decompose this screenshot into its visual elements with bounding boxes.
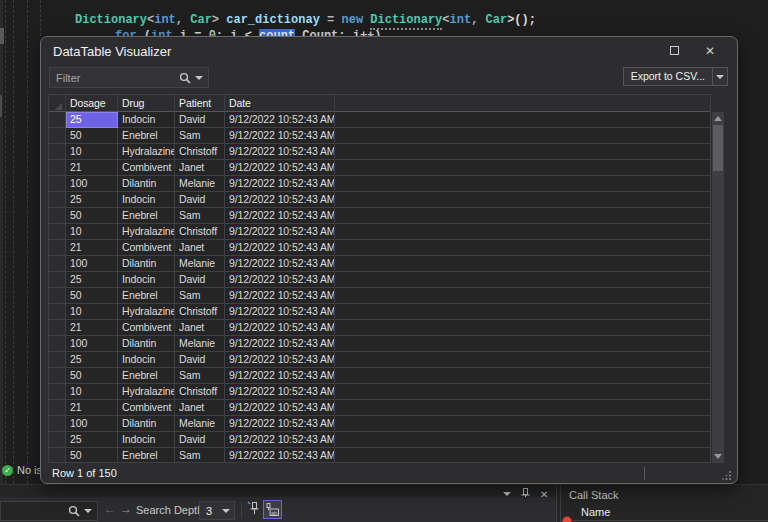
table-cell[interactable]: Janet [175, 320, 225, 336]
table-row[interactable]: 10HydralazineChristoff9/12/2022 10:52:43… [49, 224, 710, 240]
code-line-1[interactable]: Dictionary<int, Car> car_dictionay = new… [75, 13, 536, 27]
table-cell[interactable]: Dilantin [118, 336, 175, 352]
table-cell[interactable]: Janet [175, 160, 225, 176]
row-selector-cell[interactable] [49, 304, 66, 320]
table-cell[interactable]: Hydralazine [118, 384, 175, 400]
table-cell[interactable]: 9/12/2022 10:52:43 AM [225, 416, 335, 432]
table-cell[interactable]: Melanie [175, 256, 225, 272]
row-selector-cell[interactable] [49, 416, 66, 432]
pin-icon[interactable] [247, 501, 259, 515]
table-cell[interactable]: Janet [175, 240, 225, 256]
table-cell[interactable]: Sam [175, 208, 225, 224]
row-selector-cell[interactable] [49, 400, 66, 416]
table-cell[interactable]: 9/12/2022 10:52:43 AM [225, 304, 335, 320]
row-selector-cell[interactable] [49, 336, 66, 352]
table-cell[interactable]: Dilantin [118, 256, 175, 272]
table-cell[interactable]: 100 [66, 256, 118, 272]
table-cell[interactable]: 9/12/2022 10:52:43 AM [225, 128, 335, 144]
table-cell[interactable]: Christoff [175, 304, 225, 320]
table-cell[interactable]: Combivent [118, 320, 175, 336]
row-selector-cell[interactable] [49, 128, 66, 144]
table-cell[interactable]: 9/12/2022 10:52:43 AM [225, 160, 335, 176]
table-cell[interactable]: 25 [66, 352, 118, 368]
table-cell[interactable]: 9/12/2022 10:52:43 AM [225, 112, 335, 128]
row-selector-cell[interactable] [49, 192, 66, 208]
table-row[interactable]: 50EnebrelSam9/12/2022 10:52:43 AM [49, 208, 710, 224]
code-line-2[interactable]: for (int i = 0; i < count.Count; i++) [115, 29, 382, 36]
table-cell[interactable]: 9/12/2022 10:52:43 AM [225, 288, 335, 304]
table-cell[interactable]: 50 [66, 368, 118, 384]
table-cell[interactable]: Janet [175, 400, 225, 416]
table-cell[interactable]: Combivent [118, 400, 175, 416]
table-cell[interactable]: Indocin [118, 432, 175, 448]
table-cell[interactable]: Enebrel [118, 288, 175, 304]
scroll-up-button[interactable] [712, 112, 724, 125]
row-selector-cell[interactable] [49, 448, 66, 463]
table-cell[interactable]: 9/12/2022 10:52:43 AM [225, 176, 335, 192]
table-cell[interactable]: 50 [66, 448, 118, 463]
table-cell[interactable]: 10 [66, 144, 118, 160]
table-row[interactable]: 10HydralazineChristoff9/12/2022 10:52:43… [49, 144, 710, 160]
table-cell[interactable]: Combivent [118, 240, 175, 256]
chevron-down-icon[interactable] [195, 76, 203, 80]
table-cell[interactable]: 50 [66, 288, 118, 304]
editor-margin-handle[interactable] [0, 28, 4, 44]
row-selector-cell[interactable] [49, 288, 66, 304]
table-cell[interactable]: Hydralazine [118, 144, 175, 160]
table-cell[interactable]: 100 [66, 336, 118, 352]
table-row[interactable]: 100DilantinMelanie9/12/2022 10:52:43 AM [49, 176, 710, 192]
table-row[interactable]: 50EnebrelSam9/12/2022 10:52:43 AM [49, 448, 710, 463]
table-cell[interactable]: 100 [66, 416, 118, 432]
filter-input[interactable]: Filter [49, 67, 209, 88]
maximize-button[interactable] [663, 42, 685, 60]
table-cell[interactable]: Dilantin [118, 176, 175, 192]
table-cell[interactable]: Hydralazine [118, 304, 175, 320]
table-cell[interactable]: 25 [66, 272, 118, 288]
table-row[interactable]: 25IndocinDavid9/12/2022 10:52:43 AM [49, 112, 710, 128]
table-cell[interactable]: 50 [66, 128, 118, 144]
table-row[interactable]: 21CombiventJanet9/12/2022 10:52:43 AM [49, 400, 710, 416]
close-button[interactable]: ✕ [699, 42, 721, 60]
row-selector-cell[interactable] [49, 256, 66, 272]
watch-search-input[interactable] [0, 501, 98, 521]
table-cell[interactable]: Christoff [175, 144, 225, 160]
table-cell[interactable]: David [175, 112, 225, 128]
table-cell[interactable]: Enebrel [118, 448, 175, 463]
table-cell[interactable]: 9/12/2022 10:52:43 AM [225, 352, 335, 368]
row-selector-cell[interactable] [49, 384, 66, 400]
vertical-scrollbar[interactable] [712, 112, 724, 463]
row-selector-cell[interactable] [49, 224, 66, 240]
table-cell[interactable]: Melanie [175, 416, 225, 432]
grid-corner-cell[interactable] [49, 95, 66, 112]
export-csv-dropdown-button[interactable] [713, 67, 728, 86]
row-selector-cell[interactable] [49, 240, 66, 256]
table-cell[interactable]: Christoff [175, 384, 225, 400]
table-cell[interactable]: Dilantin [118, 416, 175, 432]
table-cell[interactable]: 9/12/2022 10:52:43 AM [225, 192, 335, 208]
table-cell[interactable]: 9/12/2022 10:52:43 AM [225, 224, 335, 240]
table-cell[interactable]: 25 [66, 192, 118, 208]
table-cell[interactable]: David [175, 352, 225, 368]
table-row[interactable]: 100DilantinMelanie9/12/2022 10:52:43 AM [49, 336, 710, 352]
row-selector-cell[interactable] [49, 112, 66, 128]
table-cell[interactable]: 100 [66, 176, 118, 192]
table-row[interactable]: 50EnebrelSam9/12/2022 10:52:43 AM [49, 128, 710, 144]
table-cell[interactable]: David [175, 432, 225, 448]
table-cell[interactable]: 9/12/2022 10:52:43 AM [225, 240, 335, 256]
chevron-down-icon[interactable] [84, 509, 92, 513]
table-cell[interactable]: 21 [66, 320, 118, 336]
table-cell[interactable]: Enebrel [118, 208, 175, 224]
table-cell[interactable]: Enebrel [118, 368, 175, 384]
table-cell[interactable]: Melanie [175, 176, 225, 192]
table-row[interactable]: 50EnebrelSam9/12/2022 10:52:43 AM [49, 288, 710, 304]
column-header-date[interactable]: Date [225, 95, 335, 112]
table-row[interactable]: 10HydralazineChristoff9/12/2022 10:52:43… [49, 304, 710, 320]
table-cell[interactable]: David [175, 272, 225, 288]
row-selector-cell[interactable] [49, 160, 66, 176]
callstack-header-row[interactable]: Name [561, 504, 768, 521]
table-cell[interactable]: 9/12/2022 10:52:43 AM [225, 336, 335, 352]
table-cell[interactable]: Sam [175, 368, 225, 384]
table-cell[interactable]: 9/12/2022 10:52:43 AM [225, 432, 335, 448]
table-cell[interactable]: Indocin [118, 192, 175, 208]
scrollbar-thumb[interactable] [713, 125, 723, 171]
